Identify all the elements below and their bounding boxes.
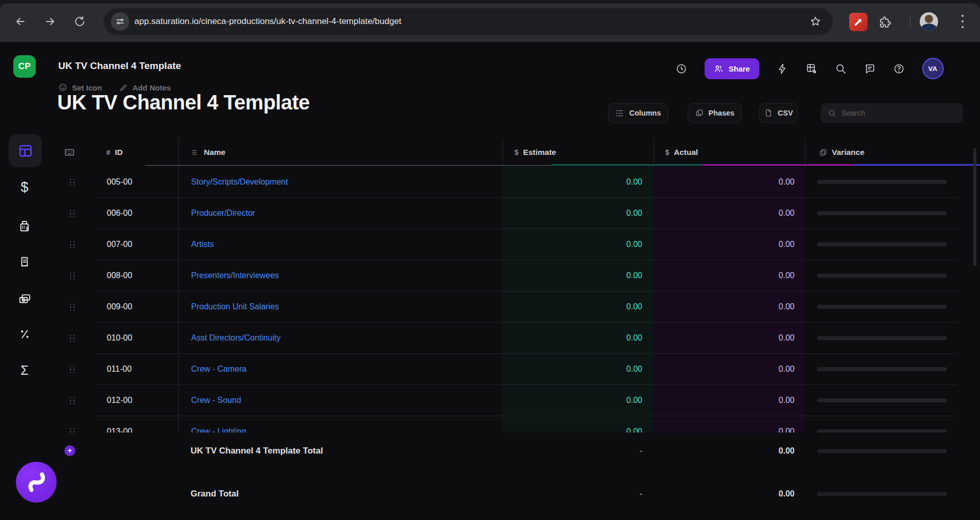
bookmark-star-icon[interactable] xyxy=(809,15,822,28)
sidebar-item-dollar[interactable]: $ xyxy=(0,176,49,198)
row-id[interactable]: 010-00 xyxy=(96,323,178,354)
sidebar-item-budget[interactable] xyxy=(9,134,42,167)
row-drag-handle[interactable] xyxy=(49,354,96,385)
table-row[interactable]: 011-00 Crew - Camera 0.00 0.00 xyxy=(49,354,980,385)
account-link[interactable]: Artists xyxy=(191,240,214,249)
row-estimate[interactable]: 0.00 xyxy=(503,260,654,291)
row-actual[interactable]: 0.00 xyxy=(654,354,805,385)
extensions-puzzle-icon[interactable] xyxy=(879,15,892,29)
row-actual[interactable]: 0.00 xyxy=(654,260,805,291)
row-variance[interactable] xyxy=(805,323,957,354)
site-info-icon[interactable] xyxy=(111,12,129,31)
row-estimate[interactable]: 0.00 xyxy=(503,167,654,198)
row-variance[interactable] xyxy=(805,385,957,416)
table-row[interactable]: 007-00 Artists 0.00 0.00 xyxy=(49,229,980,260)
account-link[interactable]: Producer/Director xyxy=(191,209,255,218)
sidebar-item-invoices[interactable] xyxy=(0,251,49,274)
browser-menu-icon[interactable] xyxy=(962,15,964,28)
columns-button[interactable]: Columns xyxy=(608,103,668,123)
row-id[interactable]: 009-00 xyxy=(96,291,178,323)
table-row[interactable]: 009-00 Production Unit Salaries 0.00 0.0… xyxy=(49,291,980,323)
comments-icon[interactable] xyxy=(864,63,876,75)
table-row[interactable]: 008-00 Presenters/Interviewees 0.00 0.00 xyxy=(49,260,980,291)
row-actual[interactable]: 0.00 xyxy=(654,198,805,229)
row-drag-handle[interactable] xyxy=(49,229,96,260)
column-header-actual[interactable]: $ Actual xyxy=(654,138,805,167)
row-drag-handle[interactable] xyxy=(49,260,96,291)
row-drag-handle[interactable] xyxy=(49,385,96,416)
sidebar-item-cash[interactable] xyxy=(0,287,49,310)
row-id[interactable]: 005-00 xyxy=(96,167,178,198)
url-bar[interactable]: app.saturation.io/cineca-productions/uk-… xyxy=(104,8,833,35)
back-icon[interactable] xyxy=(14,15,27,28)
table-row[interactable]: 013-00 Crew - Lighting 0.00 0.00 xyxy=(49,416,980,433)
row-actual[interactable]: 0.00 xyxy=(654,416,805,433)
column-header-id[interactable]: # ID xyxy=(96,138,178,167)
row-id[interactable]: 008-00 xyxy=(96,260,178,291)
csv-button[interactable]: CSV xyxy=(759,103,798,123)
account-link[interactable]: Presenters/Interviewees xyxy=(191,271,279,280)
red-extension-icon[interactable] xyxy=(849,13,868,31)
row-name[interactable]: Crew - Sound xyxy=(178,385,503,416)
account-link[interactable]: Crew - Sound xyxy=(191,396,241,405)
row-variance[interactable] xyxy=(805,260,957,291)
lightning-icon[interactable] xyxy=(777,63,788,75)
row-name[interactable]: Production Unit Salaries xyxy=(178,291,503,323)
column-header-name[interactable]: Name xyxy=(178,138,503,167)
workspace-badge[interactable]: CP xyxy=(13,55,36,78)
row-estimate[interactable]: 0.00 xyxy=(503,229,654,260)
row-name[interactable]: Crew - Camera xyxy=(178,354,503,385)
row-drag-handle[interactable] xyxy=(49,323,96,354)
row-actual[interactable]: 0.00 xyxy=(654,229,805,260)
sidebar-item-fees[interactable] xyxy=(0,323,49,345)
row-id[interactable]: 011-00 xyxy=(96,354,178,385)
row-variance[interactable] xyxy=(805,291,957,323)
row-estimate[interactable]: 0.00 xyxy=(503,291,654,323)
browser-profile-avatar[interactable] xyxy=(920,12,938,31)
keyboard-icon[interactable] xyxy=(64,147,75,158)
row-id[interactable]: 006-00 xyxy=(96,198,178,229)
row-drag-handle[interactable] xyxy=(49,167,96,198)
saturation-logo-button[interactable] xyxy=(16,462,57,503)
account-link[interactable]: Production Unit Salaries xyxy=(191,302,279,311)
row-id[interactable]: 013-00 xyxy=(96,416,178,433)
row-variance[interactable] xyxy=(805,354,957,385)
row-drag-handle[interactable] xyxy=(49,416,96,433)
row-id[interactable]: 012-00 xyxy=(96,385,178,416)
row-variance[interactable] xyxy=(805,198,957,229)
row-actual[interactable]: 0.00 xyxy=(654,291,805,323)
row-actual[interactable]: 0.00 xyxy=(654,167,805,198)
row-name[interactable]: Producer/Director xyxy=(178,198,503,229)
add-notes-button[interactable]: Add Notes xyxy=(119,83,171,92)
table-export-icon[interactable] xyxy=(806,63,818,75)
row-actual[interactable]: 0.00 xyxy=(654,323,805,354)
row-variance[interactable] xyxy=(805,229,957,260)
row-name[interactable]: Crew - Lighting xyxy=(178,416,503,433)
row-name[interactable]: Asst Directors/Continuity xyxy=(178,323,503,354)
column-header-estimate[interactable]: $ Estimate xyxy=(503,138,654,167)
reload-icon[interactable] xyxy=(74,15,86,28)
table-search[interactable] xyxy=(821,103,963,123)
table-row[interactable]: 006-00 Producer/Director 0.00 0.00 xyxy=(49,198,980,229)
share-button[interactable]: Share xyxy=(705,58,759,79)
row-variance[interactable] xyxy=(805,167,957,198)
account-link[interactable]: Crew - Camera xyxy=(191,365,246,374)
search-input[interactable] xyxy=(842,109,956,117)
account-link[interactable]: Story/Scripts/Development xyxy=(191,177,288,187)
row-estimate[interactable]: 0.00 xyxy=(503,354,654,385)
row-name[interactable]: Story/Scripts/Development xyxy=(178,167,503,198)
row-estimate[interactable]: 0.00 xyxy=(503,198,654,229)
column-header-variance[interactable]: Variance xyxy=(805,138,957,167)
table-scrollbar[interactable] xyxy=(973,148,976,266)
row-name[interactable]: Presenters/Interviewees xyxy=(178,260,503,291)
forward-icon[interactable] xyxy=(44,15,56,28)
row-actual[interactable]: 0.00 xyxy=(654,385,805,416)
account-link[interactable]: Crew - Lighting xyxy=(191,427,246,433)
row-estimate[interactable]: 0.00 xyxy=(503,416,654,433)
table-row[interactable]: 012-00 Crew - Sound 0.00 0.00 xyxy=(49,385,980,416)
history-clock-icon[interactable] xyxy=(675,63,687,75)
row-estimate[interactable]: 0.00 xyxy=(503,323,654,354)
account-link[interactable]: Asst Directors/Continuity xyxy=(191,333,281,343)
table-row[interactable]: 005-00 Story/Scripts/Development 0.00 0.… xyxy=(49,167,980,198)
row-estimate[interactable]: 0.00 xyxy=(503,385,654,416)
